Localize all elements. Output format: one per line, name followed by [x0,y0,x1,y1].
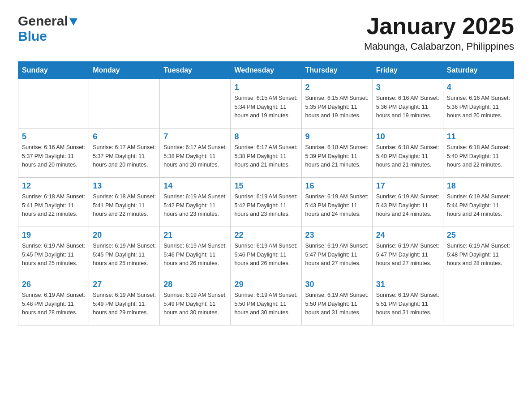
day-info: Sunrise: 6:19 AM Sunset: 5:50 PM Dayligh… [305,291,369,317]
table-row: 13Sunrise: 6:18 AM Sunset: 5:41 PM Dayli… [89,178,160,227]
day-info: Sunrise: 6:18 AM Sunset: 5:41 PM Dayligh… [93,193,156,218]
table-row: 25Sunrise: 6:19 AM Sunset: 5:48 PM Dayli… [443,227,514,276]
day-number: 30 [305,280,369,289]
calendar-week-row: 19Sunrise: 6:19 AM Sunset: 5:45 PM Dayli… [18,227,514,276]
day-info: Sunrise: 6:19 AM Sunset: 5:45 PM Dayligh… [93,242,156,268]
day-number: 4 [447,83,510,92]
day-info: Sunrise: 6:17 AM Sunset: 5:38 PM Dayligh… [234,143,297,169]
day-info: Sunrise: 6:19 AM Sunset: 5:42 PM Dayligh… [163,193,227,218]
table-row: 9Sunrise: 6:18 AM Sunset: 5:39 PM Daylig… [301,128,372,178]
day-number: 29 [234,280,297,289]
day-number: 14 [163,181,227,191]
day-number: 5 [22,132,85,141]
header-thursday: Thursday [301,62,372,79]
table-row: 15Sunrise: 6:19 AM Sunset: 5:42 PM Dayli… [231,178,301,227]
day-number: 26 [22,280,85,289]
day-number: 28 [163,280,227,289]
header-wednesday: Wednesday [231,62,301,79]
day-info: Sunrise: 6:19 AM Sunset: 5:47 PM Dayligh… [376,242,439,268]
table-row [89,79,160,128]
table-row: 27Sunrise: 6:19 AM Sunset: 5:49 PM Dayli… [89,276,160,325]
day-number: 1 [234,83,297,92]
day-info: Sunrise: 6:19 AM Sunset: 5:49 PM Dayligh… [93,291,156,317]
table-row: 1Sunrise: 6:15 AM Sunset: 5:34 PM Daylig… [231,79,301,128]
day-info: Sunrise: 6:19 AM Sunset: 5:43 PM Dayligh… [376,193,439,218]
day-info: Sunrise: 6:16 AM Sunset: 5:37 PM Dayligh… [22,143,85,169]
logo: General Blue [18,13,77,44]
table-row: 5Sunrise: 6:16 AM Sunset: 5:37 PM Daylig… [18,128,89,178]
day-number: 22 [234,231,297,240]
table-row: 17Sunrise: 6:19 AM Sunset: 5:43 PM Dayli… [372,178,443,227]
day-info: Sunrise: 6:19 AM Sunset: 5:49 PM Dayligh… [163,291,227,317]
table-row: 2Sunrise: 6:15 AM Sunset: 5:35 PM Daylig… [301,79,372,128]
day-info: Sunrise: 6:19 AM Sunset: 5:44 PM Dayligh… [447,193,510,218]
table-row: 21Sunrise: 6:19 AM Sunset: 5:46 PM Dayli… [160,227,231,276]
day-number: 8 [234,132,297,141]
table-row [160,79,231,128]
table-row: 22Sunrise: 6:19 AM Sunset: 5:46 PM Dayli… [231,227,301,276]
day-info: Sunrise: 6:19 AM Sunset: 5:48 PM Dayligh… [447,242,510,268]
logo-blue: Blue [18,29,47,44]
day-number: 10 [376,132,439,141]
month-title: January 2025 [364,13,514,39]
day-number: 12 [22,181,85,191]
day-info: Sunrise: 6:17 AM Sunset: 5:37 PM Dayligh… [93,143,156,169]
day-info: Sunrise: 6:19 AM Sunset: 5:47 PM Dayligh… [305,242,369,268]
day-number: 20 [93,231,156,240]
logo-general: General [18,13,68,29]
day-number: 11 [447,132,510,141]
table-row: 19Sunrise: 6:19 AM Sunset: 5:45 PM Dayli… [18,227,89,276]
table-row: 30Sunrise: 6:19 AM Sunset: 5:50 PM Dayli… [301,276,372,325]
logo-triangle-icon [69,18,77,26]
table-row: 31Sunrise: 6:19 AM Sunset: 5:51 PM Dayli… [372,276,443,325]
day-info: Sunrise: 6:18 AM Sunset: 5:40 PM Dayligh… [376,143,439,169]
day-info: Sunrise: 6:19 AM Sunset: 5:43 PM Dayligh… [305,193,369,218]
location: Mabunga, Calabarzon, Philippines [364,41,514,52]
calendar-table: Sunday Monday Tuesday Wednesday Thursday… [18,61,514,325]
table-row: 24Sunrise: 6:19 AM Sunset: 5:47 PM Dayli… [372,227,443,276]
day-number: 27 [93,280,156,289]
day-info: Sunrise: 6:19 AM Sunset: 5:42 PM Dayligh… [234,193,297,218]
day-number: 31 [376,280,439,289]
day-info: Sunrise: 6:18 AM Sunset: 5:40 PM Dayligh… [447,143,510,169]
table-row: 16Sunrise: 6:19 AM Sunset: 5:43 PM Dayli… [301,178,372,227]
day-info: Sunrise: 6:19 AM Sunset: 5:46 PM Dayligh… [163,242,227,268]
table-row: 20Sunrise: 6:19 AM Sunset: 5:45 PM Dayli… [89,227,160,276]
title-section: January 2025 Mabunga, Calabarzon, Philip… [364,13,514,52]
table-row: 12Sunrise: 6:18 AM Sunset: 5:41 PM Dayli… [18,178,89,227]
day-number: 2 [305,83,369,92]
day-info: Sunrise: 6:19 AM Sunset: 5:50 PM Dayligh… [234,291,297,317]
day-number: 6 [93,132,156,141]
page-header: General Blue January 2025 Mabunga, Calab… [18,13,514,52]
day-number: 13 [93,181,156,191]
calendar-week-row: 5Sunrise: 6:16 AM Sunset: 5:37 PM Daylig… [18,128,514,178]
table-row: 29Sunrise: 6:19 AM Sunset: 5:50 PM Dayli… [231,276,301,325]
day-number: 15 [234,181,297,191]
day-number: 18 [447,181,510,191]
header-monday: Monday [89,62,160,79]
table-row: 26Sunrise: 6:19 AM Sunset: 5:48 PM Dayli… [18,276,89,325]
table-row: 6Sunrise: 6:17 AM Sunset: 5:37 PM Daylig… [89,128,160,178]
day-number: 3 [376,83,439,92]
calendar-week-row: 1Sunrise: 6:15 AM Sunset: 5:34 PM Daylig… [18,79,514,128]
day-info: Sunrise: 6:19 AM Sunset: 5:51 PM Dayligh… [376,291,439,317]
day-info: Sunrise: 6:16 AM Sunset: 5:36 PM Dayligh… [376,94,439,120]
table-row: 8Sunrise: 6:17 AM Sunset: 5:38 PM Daylig… [231,128,301,178]
table-row: 10Sunrise: 6:18 AM Sunset: 5:40 PM Dayli… [372,128,443,178]
calendar-week-row: 26Sunrise: 6:19 AM Sunset: 5:48 PM Dayli… [18,276,514,325]
table-row: 7Sunrise: 6:17 AM Sunset: 5:38 PM Daylig… [160,128,231,178]
calendar-week-row: 12Sunrise: 6:18 AM Sunset: 5:41 PM Dayli… [18,178,514,227]
day-info: Sunrise: 6:19 AM Sunset: 5:45 PM Dayligh… [22,242,85,268]
day-info: Sunrise: 6:19 AM Sunset: 5:48 PM Dayligh… [22,291,85,317]
table-row: 11Sunrise: 6:18 AM Sunset: 5:40 PM Dayli… [443,128,514,178]
header-tuesday: Tuesday [160,62,231,79]
table-row [443,276,514,325]
day-info: Sunrise: 6:15 AM Sunset: 5:35 PM Dayligh… [305,94,369,120]
day-info: Sunrise: 6:17 AM Sunset: 5:38 PM Dayligh… [163,143,227,169]
table-row: 18Sunrise: 6:19 AM Sunset: 5:44 PM Dayli… [443,178,514,227]
header-sunday: Sunday [18,62,89,79]
day-number: 19 [22,231,85,240]
day-number: 16 [305,181,369,191]
day-info: Sunrise: 6:15 AM Sunset: 5:34 PM Dayligh… [234,94,297,120]
table-row: 3Sunrise: 6:16 AM Sunset: 5:36 PM Daylig… [372,79,443,128]
